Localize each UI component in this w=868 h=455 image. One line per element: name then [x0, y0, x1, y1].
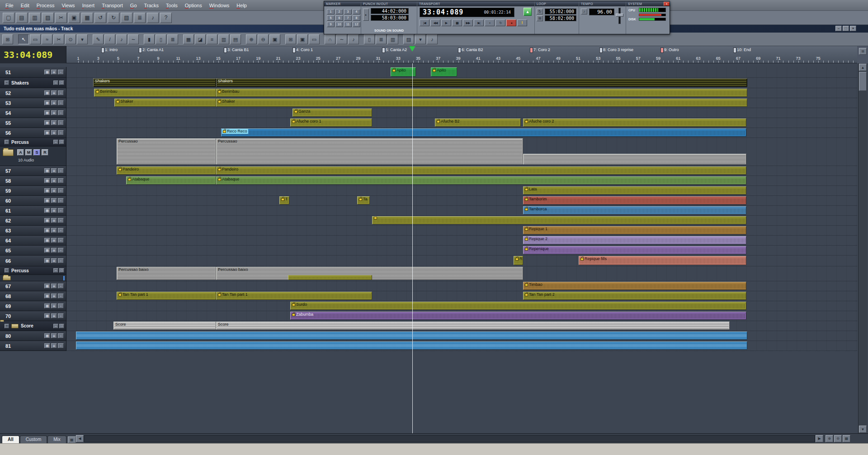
clip-tan-tan-part-2[interactable]: Tan Tan part 2	[523, 292, 746, 300]
ruler-marker-5-canta-a2[interactable]: 5: Canta A2	[382, 47, 407, 52]
track-more-button[interactable]: ▫	[58, 100, 64, 105]
track-more-button[interactable]: ▫	[58, 188, 64, 193]
curve-mode-button[interactable]: ≈	[42, 34, 52, 44]
zoom-in-button[interactable]: ⊕	[246, 34, 257, 44]
collapse-toggle-icon[interactable]: −	[5, 140, 9, 144]
crossfade-editor-button[interactable]: ∩	[325, 34, 335, 44]
marker-6-button[interactable]: 6	[335, 15, 343, 21]
playback-cursor[interactable]	[412, 63, 413, 433]
hscroll-left-button[interactable]: ◀	[76, 435, 84, 442]
marker-menu-button[interactable]: ▾	[415, 34, 426, 44]
forward-button[interactable]: ▶▶	[463, 19, 473, 26]
track-lane[interactable]: ApitoApito	[66, 67, 857, 78]
grid-frames-button[interactable]: ▣	[297, 34, 308, 44]
track-lane[interactable]: PercussaoPercussao	[66, 138, 857, 166]
draw-tool-button[interactable]: ✎	[93, 34, 104, 44]
track-more-button[interactable]: ▫	[58, 294, 64, 299]
view-blocks-button[interactable]: ▤	[230, 34, 241, 44]
menu-item-tools[interactable]: Tools	[162, 0, 181, 10]
redo-button[interactable]: ↻	[108, 13, 119, 23]
clip-afuche-b2[interactable]: Afuche B2	[435, 118, 521, 127]
go-to-start-button[interactable]: |◀	[420, 19, 429, 26]
clip-tamborim[interactable]: Tamborim	[523, 196, 746, 204]
punch-out-time[interactable]: 58:03:000	[371, 15, 409, 21]
track-fx-button[interactable]: ▦	[44, 120, 50, 125]
menu-item-tracks[interactable]: Tracks	[141, 0, 163, 10]
hscroll-right-button[interactable]: ▶	[816, 435, 823, 442]
track-lane[interactable]: BerimbauBerimbau	[66, 88, 857, 98]
cut-button[interactable]: ✂	[55, 13, 67, 23]
visualization-button[interactable]: ▨	[403, 34, 414, 44]
track-more-button[interactable]: ▫	[58, 218, 64, 223]
ruler-marker-1-intro[interactable]: 1: Intro	[101, 47, 118, 52]
ruler-marker-6-canta-b2[interactable]: 6: Canta B2	[458, 47, 483, 52]
view-mixer-button[interactable]: ◪	[195, 34, 206, 44]
view-lines-button[interactable]: ≡	[207, 34, 217, 44]
grid-off-button[interactable]: ▭	[309, 34, 320, 44]
track-more-button[interactable]: ▫	[58, 258, 64, 263]
record-button[interactable]: ●	[506, 19, 516, 26]
track-automation-button[interactable]: ≣	[51, 313, 57, 318]
track-lane[interactable]: Repique 1	[66, 226, 857, 236]
track-more-button[interactable]: ▫	[58, 168, 64, 173]
clip-tamborca[interactable]: Tamborca	[523, 206, 746, 214]
cut-mode-button[interactable]: ✂	[53, 34, 64, 44]
zoom-in-button[interactable]: ⊕	[826, 435, 833, 442]
track-more-button[interactable]: ▫	[58, 343, 64, 348]
paste-button[interactable]: ▦	[81, 13, 93, 23]
track-automation-button[interactable]: ≣	[51, 258, 57, 263]
track-fx-button[interactable]: ▦	[44, 90, 50, 95]
group-maximize-icon[interactable]: □	[59, 81, 64, 85]
clip-berimbau[interactable]: Berimbau	[94, 89, 216, 97]
save-project-button[interactable]: ▥	[29, 13, 41, 23]
track-fx-button[interactable]: ▦	[44, 294, 50, 299]
folder-icon[interactable]	[3, 276, 11, 280]
pause-button[interactable]: ▮▮	[452, 19, 462, 26]
track-fx-button[interactable]: ▦	[44, 343, 50, 348]
collapse-toggle-icon[interactable]: −	[5, 81, 9, 85]
clip-re[interactable]: Re	[514, 256, 523, 265]
transport-time-lcd[interactable]: 33:04:089 00:01:22:14	[420, 8, 514, 17]
range-mode-button[interactable]: ▭	[30, 34, 41, 44]
clip-repique-fills[interactable]: Repique fills	[579, 256, 746, 265]
object-editor-button[interactable]: ▯	[364, 34, 375, 44]
track-lane[interactable]: Surdo	[66, 301, 857, 311]
menu-item-help[interactable]: Help	[233, 0, 250, 10]
track-automation-button[interactable]: ≣	[51, 130, 57, 135]
mouse-mode-button[interactable]: ↖	[18, 34, 29, 44]
track-more-button[interactable]: ▫	[58, 110, 64, 115]
clip-shakers[interactable]: Shakers	[216, 78, 747, 87]
track-more-button[interactable]: ▫	[58, 70, 64, 75]
track-automation-button[interactable]: ≣	[51, 188, 57, 193]
track-automation-button[interactable]: ≣	[51, 303, 57, 308]
view-grid-button[interactable]: ▥	[218, 34, 229, 44]
object-mode-2-button[interactable]: ▯	[156, 34, 166, 44]
new-project-button[interactable]: ▢	[3, 13, 14, 23]
loop-start-time[interactable]: 55:02:000	[545, 9, 576, 14]
clip-atabaque[interactable]: Atabaque	[126, 176, 216, 185]
track-more-button[interactable]: ▫	[58, 248, 64, 253]
loop-end-time[interactable]: 58:02:000	[545, 15, 576, 21]
track-lane[interactable]	[66, 216, 857, 226]
play-button[interactable]: ▶	[441, 19, 451, 26]
line-tool-button[interactable]: /	[104, 34, 115, 44]
clip-percussao-baixo[interactable]: Percussao baixo	[117, 267, 216, 280]
track-automation-button[interactable]: ≣	[51, 284, 57, 289]
track-fx-button[interactable]: ▦	[44, 218, 50, 223]
track-lane[interactable]: Tamborca	[66, 206, 857, 216]
scroll-down-button[interactable]: ▼	[859, 426, 867, 433]
track-automation-button[interactable]: ≣	[51, 294, 57, 299]
track-fx-button[interactable]: ▦	[44, 228, 50, 233]
track-automation-button[interactable]: ≣	[51, 208, 57, 213]
clip-repenique[interactable]: Repenique	[523, 246, 746, 254]
metronome-button[interactable]: ♪	[427, 34, 438, 44]
track-automation-button[interactable]: ≣	[51, 198, 57, 203]
track-more-button[interactable]: ▫	[58, 313, 64, 318]
metronome-button[interactable]: ♪	[581, 9, 587, 14]
track-more-button[interactable]: ▫	[58, 90, 64, 95]
marker-7-button[interactable]: 7	[344, 15, 352, 21]
tempo-bpm-display[interactable]: 96.00	[589, 9, 614, 15]
tab-mix[interactable]: Mix	[47, 436, 66, 443]
clip-berimbau[interactable]: Berimbau	[216, 89, 747, 97]
ruler-marker-2-canta-a1[interactable]: 2: Canta A1	[139, 47, 164, 52]
